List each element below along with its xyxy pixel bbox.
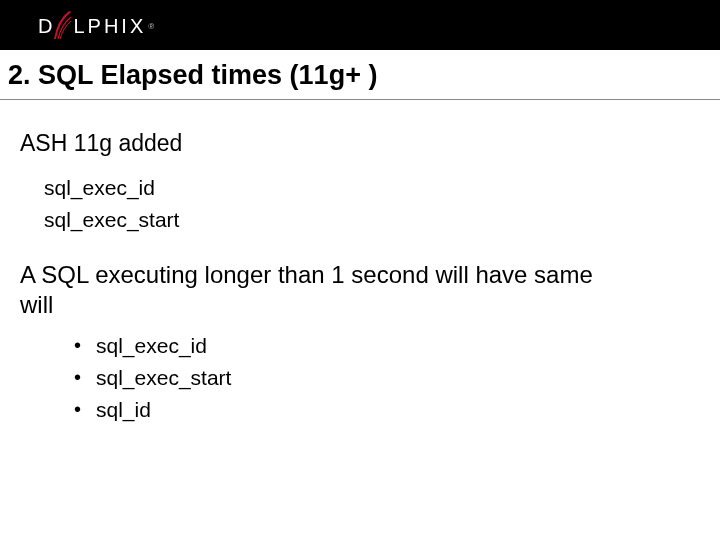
- para2-line2: will: [20, 291, 53, 318]
- logo: D L PHIX ®: [38, 8, 154, 44]
- intro-text: ASH 11g added: [20, 130, 700, 158]
- para2: A SQL executing longer than 1 second wil…: [20, 260, 700, 320]
- added-col-item: sql_exec_id: [44, 176, 700, 200]
- bullet-item: sql_exec_start: [74, 366, 700, 390]
- bullet-item: sql_exec_id: [74, 334, 700, 358]
- title-row: 2. SQL Elapsed times (11g+ ): [0, 50, 720, 100]
- header-bar: D L PHIX ®: [0, 0, 720, 50]
- same-columns-list: sql_exec_id sql_exec_start sql_id: [74, 334, 700, 422]
- added-col-item: sql_exec_start: [44, 208, 700, 232]
- slide: D L PHIX ® 2. SQL Elapsed times (11g+ ) …: [0, 0, 720, 540]
- logo-text-mid: L: [73, 15, 87, 38]
- para2-line1: A SQL executing longer than 1 second wil…: [20, 261, 593, 288]
- added-columns-list: sql_exec_id sql_exec_start: [44, 176, 700, 232]
- logo-text-right: PHIX: [88, 15, 147, 38]
- logo-trademark: ®: [148, 22, 154, 31]
- content-area: ASH 11g added sql_exec_id sql_exec_start…: [0, 100, 720, 422]
- bullet-item: sql_id: [74, 398, 700, 422]
- slide-title: 2. SQL Elapsed times (11g+ ): [8, 60, 712, 91]
- logo-swoosh-icon: [53, 11, 75, 41]
